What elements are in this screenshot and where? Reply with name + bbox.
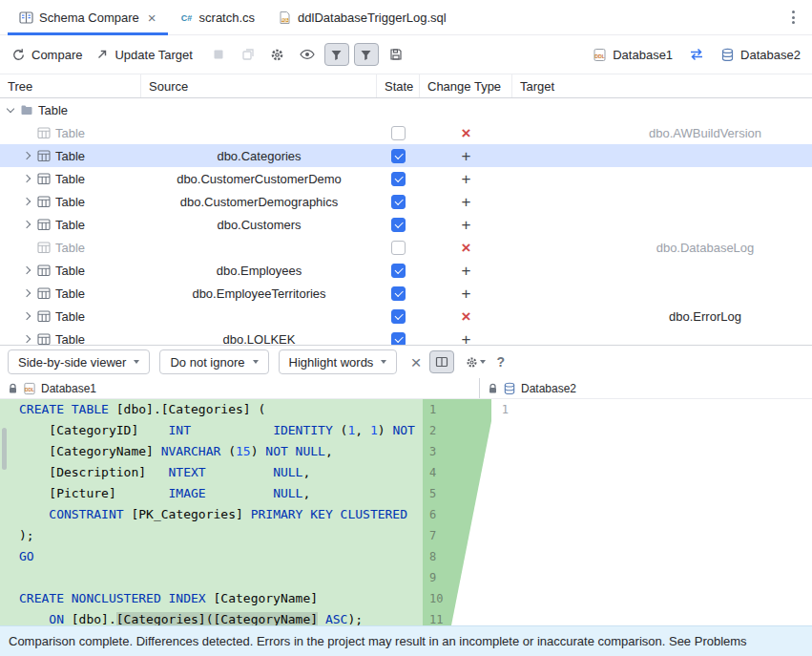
highlight-mode-select[interactable]: Highlight words xyxy=(279,349,398,374)
table-row[interactable]: Tabledbo.LOLKEK+ xyxy=(0,328,812,345)
change-type-cell: + xyxy=(420,190,512,213)
table-row[interactable]: Tabledbo.EmployeeTerritories+ xyxy=(0,282,812,305)
right-editor[interactable] xyxy=(516,399,812,625)
table-icon xyxy=(37,286,51,300)
column-header-source[interactable]: Source xyxy=(141,74,377,97)
diff-toolbar-icons: × ? xyxy=(410,350,505,373)
source-name: dbo.CustomerCustomerDemo xyxy=(141,167,377,190)
whitespace-policy-select[interactable]: Do not ignore xyxy=(159,349,268,374)
column-header-change-type[interactable]: Change Type xyxy=(420,74,512,97)
filter-target-button[interactable] xyxy=(354,43,379,66)
tab-scratch-cs[interactable]: C# scratch.cs xyxy=(168,0,267,34)
swap-arrows-icon xyxy=(689,48,704,61)
save-button[interactable] xyxy=(384,43,408,66)
table-row[interactable]: Tabledbo.CustomerCustomerDemo+ xyxy=(0,167,812,190)
source-name: dbo.LOLKEK xyxy=(141,328,377,345)
toolbar-database-group: DDL Database1 Database2 xyxy=(593,43,801,66)
line-number: 8 xyxy=(429,546,451,567)
table-row[interactable]: Table×dbo.ErrorLog xyxy=(0,305,812,328)
right-pane-title: Database2 xyxy=(521,382,576,395)
chevron-right-icon[interactable] xyxy=(23,176,32,181)
stop-button[interactable] xyxy=(206,43,231,66)
table-icon xyxy=(37,309,51,323)
state-cell xyxy=(377,305,420,328)
table-row[interactable]: Table×dbo.DatabaseLog xyxy=(0,236,812,259)
filter-source-button[interactable] xyxy=(324,43,349,66)
code-line: CONSTRAINT [PK_Categories] PRIMARY KEY C… xyxy=(19,504,423,525)
table-row[interactable]: Tabledbo.Categories+ xyxy=(0,144,812,167)
viewer-mode-select[interactable]: Side-by-side viewer xyxy=(8,349,150,374)
tree-label: Table xyxy=(55,309,85,324)
more-options-icon[interactable] xyxy=(788,7,799,28)
add-change-icon: + xyxy=(462,194,471,210)
chevron-down-icon[interactable] xyxy=(6,108,15,112)
table-row[interactable]: Tabledbo.Customers+ xyxy=(0,213,812,236)
table-row[interactable]: Tabledbo.Employees+ xyxy=(0,259,812,282)
include-checkbox[interactable] xyxy=(391,264,406,278)
close-icon[interactable]: × xyxy=(148,11,156,25)
update-target-button[interactable]: Update Target xyxy=(95,48,192,62)
tree-group-row[interactable]: Table xyxy=(0,98,812,121)
swap-databases-button[interactable] xyxy=(684,43,709,66)
scrollbar[interactable] xyxy=(2,428,7,470)
chevron-right-icon[interactable] xyxy=(23,267,32,273)
target-database-chip[interactable]: Database2 xyxy=(720,48,801,62)
viewer-mode-value: Side-by-side viewer xyxy=(18,355,126,370)
target-name xyxy=(512,167,812,190)
include-checkbox[interactable] xyxy=(391,309,406,324)
include-checkbox[interactable] xyxy=(391,126,406,140)
chevron-right-icon[interactable] xyxy=(23,153,32,159)
include-checkbox[interactable] xyxy=(391,172,406,186)
left-editor[interactable]: CREATE TABLE [dbo].[Categories] ( [Categ… xyxy=(0,399,423,625)
source-name: dbo.Customers xyxy=(141,213,377,236)
settings-button[interactable] xyxy=(265,43,290,66)
table-row[interactable]: Tabledbo.CustomerDemographics+ xyxy=(0,190,812,213)
table-icon xyxy=(37,126,51,139)
code-line: ); xyxy=(19,525,423,546)
line-number: 2 xyxy=(429,420,451,441)
column-header-state[interactable]: State xyxy=(377,74,420,97)
include-checkbox[interactable] xyxy=(391,286,406,301)
collapse-diff-icon[interactable]: × xyxy=(410,353,421,371)
include-checkbox[interactable] xyxy=(391,332,406,346)
source-name xyxy=(141,305,377,328)
change-type-cell: × xyxy=(420,121,512,144)
include-checkbox[interactable] xyxy=(391,195,406,209)
apply-non-conflicting-button[interactable] xyxy=(236,43,260,66)
help-icon[interactable]: ? xyxy=(496,354,505,370)
save-icon xyxy=(389,48,403,61)
editor-tab-bar: Schema Compare × C# scratch.cs SQL ddlDa… xyxy=(0,0,812,35)
chevron-right-icon[interactable] xyxy=(23,199,32,204)
chevron-right-icon[interactable] xyxy=(23,336,32,342)
empty-cell xyxy=(420,98,512,121)
lock-icon xyxy=(488,383,498,394)
diff-content: CREATE TABLE [dbo].[Categories] ( [Categ… xyxy=(0,399,812,625)
target-database-label: Database2 xyxy=(740,48,801,62)
chevron-right-icon[interactable] xyxy=(23,290,32,296)
svg-text:C#: C# xyxy=(180,13,192,23)
tree-label: Table xyxy=(38,103,68,117)
code-line: [CategoryName] NVARCHAR (15) NOT NULL, xyxy=(19,441,423,462)
column-header-tree[interactable]: Tree xyxy=(0,74,141,97)
change-type-cell: + xyxy=(420,213,512,236)
add-change-icon: + xyxy=(462,331,471,346)
tab-schema-compare[interactable]: Schema Compare × xyxy=(8,0,168,34)
include-checkbox[interactable] xyxy=(391,149,406,163)
column-header-target[interactable]: Target xyxy=(512,74,812,97)
compare-button[interactable]: Compare xyxy=(11,48,82,62)
tree-cell: Table xyxy=(0,282,141,305)
include-checkbox[interactable] xyxy=(391,241,406,255)
preview-button[interactable] xyxy=(295,43,320,66)
table-row[interactable]: Table×dbo.AWBuildVersion xyxy=(0,121,812,144)
chevron-right-icon[interactable] xyxy=(23,222,32,227)
tree-label: Table xyxy=(55,172,85,186)
source-database-chip[interactable]: DDL Database1 xyxy=(593,48,673,62)
chevron-right-icon[interactable] xyxy=(23,313,32,319)
highlight-mode-value: Highlight words xyxy=(289,355,374,370)
tree-label: Table xyxy=(55,195,85,209)
split-view-button[interactable] xyxy=(429,350,454,373)
tab-ddl-database-trigger-log-sql[interactable]: SQL ddlDatabaseTriggerLog.sql xyxy=(266,0,458,34)
include-checkbox[interactable] xyxy=(391,218,406,232)
code-line: [Picture] IMAGE NULL, xyxy=(19,483,423,504)
diff-settings-button[interactable] xyxy=(463,350,488,373)
